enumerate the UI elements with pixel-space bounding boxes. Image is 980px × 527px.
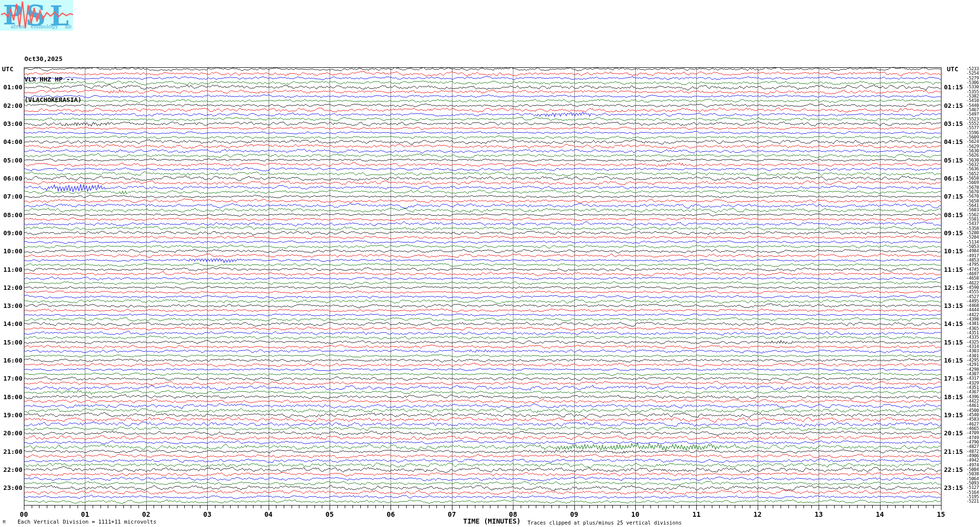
left-hour-label: 19:00 (3, 411, 22, 419)
left-hour-label: 03:00 (3, 120, 22, 127)
left-hour-label: 18:00 (3, 393, 22, 400)
left-hour-label: 11:00 (3, 265, 22, 273)
utc-label-left: UTC (2, 65, 13, 73)
vertical-division-note: Each Vertical Division = 1111+11 microvo… (18, 519, 157, 525)
x-tick-label: 10 (631, 510, 640, 518)
right-hour-label: 07:15 (944, 193, 963, 200)
left-hour-label: 14:00 (3, 320, 22, 327)
x-tick-label: 07 (448, 510, 456, 518)
right-hour-label: 22:15 (944, 466, 963, 473)
x-tick-label: 05 (326, 510, 334, 518)
right-hour-label: 23:15 (944, 484, 963, 491)
psl-logo: P S L atras eismology ab (0, 0, 73, 31)
x-tick-label: 11 (692, 510, 701, 518)
right-hour-label: 12:15 (944, 284, 963, 291)
left-hour-label: 12:00 (3, 284, 22, 291)
trace-end-value: -5221 (966, 499, 979, 504)
left-hour-label: 06:00 (3, 174, 22, 182)
right-hour-label: 09:15 (944, 229, 963, 236)
right-hour-label: 10:15 (944, 247, 963, 255)
left-hour-label: 09:00 (3, 229, 22, 236)
helicorder-canvas (0, 0, 980, 527)
header-date: Oct30,2025 (24, 56, 81, 62)
left-hour-label: 08:00 (3, 211, 22, 218)
utc-label-right: UTC (947, 65, 958, 73)
right-hour-label: 06:15 (944, 174, 963, 182)
x-tick-label: 03 (203, 510, 212, 518)
right-hour-label: 15:15 (944, 338, 963, 345)
plot-header: Oct30,2025 VLX HHZ HP -- (VLACHOKERASIA) (24, 42, 81, 117)
left-hour-label: 22:00 (3, 466, 22, 473)
x-tick-label: 13 (815, 510, 823, 518)
right-hour-label: 14:15 (944, 320, 963, 327)
x-tick-label: 00 (20, 510, 28, 518)
left-hour-label: 17:00 (3, 375, 22, 382)
x-axis-title: TIME (MINUTES) (463, 517, 521, 525)
left-hour-label: 20:00 (3, 429, 22, 437)
x-tick-label: 09 (570, 510, 578, 518)
x-tick-label: 14 (876, 510, 884, 518)
x-tick-label: 06 (387, 510, 395, 518)
clip-note: Traces clipped at plus/minus 25 vertical… (528, 520, 682, 526)
x-tick-label: 12 (753, 510, 762, 518)
left-hour-label: 15:00 (3, 338, 22, 345)
logo-word-atras: atras (11, 23, 25, 30)
right-hour-label: 08:15 (944, 211, 963, 218)
right-hour-label: 16:15 (944, 357, 963, 364)
left-hour-label: 04:00 (3, 138, 22, 145)
left-hour-label: 07:00 (3, 193, 22, 200)
right-hour-label: 19:15 (944, 411, 963, 419)
left-hour-label: 05:00 (3, 156, 22, 163)
right-hour-label: 17:15 (944, 375, 963, 382)
left-hour-label: 01:00 (3, 83, 22, 91)
x-tick-label: 01 (81, 510, 89, 518)
left-hour-label: 16:00 (3, 357, 22, 364)
right-hour-label: 20:15 (944, 429, 963, 437)
right-hour-label: 13:15 (944, 302, 963, 309)
left-hour-label: 10:00 (3, 247, 22, 255)
x-tick-label: 15 (937, 510, 945, 518)
header-station-name: (VLACHOKERASIA) (24, 97, 81, 103)
logo-word-ab: ab (65, 23, 72, 30)
left-hour-label: 21:00 (3, 447, 22, 455)
left-hour-label: 02:00 (3, 101, 22, 109)
right-hour-label: 02:15 (944, 101, 963, 109)
right-hour-label: 01:15 (944, 83, 963, 91)
x-tick-label: 02 (142, 510, 150, 518)
logo-word-eismology: eismology (31, 23, 59, 30)
right-hour-label: 21:15 (944, 447, 963, 455)
right-hour-label: 04:15 (944, 138, 963, 145)
left-hour-label: 23:00 (3, 484, 22, 491)
left-hour-label: 13:00 (3, 302, 22, 309)
x-tick-label: 04 (264, 510, 273, 518)
corner-mark: M (3, 520, 5, 525)
right-hour-label: 11:15 (944, 265, 963, 273)
helicorder-page: P S L atras eismology ab Oct30,2025 VLX … (0, 0, 980, 527)
header-channel: VLX HHZ HP -- (24, 76, 81, 83)
right-hour-label: 18:15 (944, 393, 963, 400)
right-hour-label: 05:15 (944, 156, 963, 163)
right-hour-label: 03:15 (944, 120, 963, 127)
